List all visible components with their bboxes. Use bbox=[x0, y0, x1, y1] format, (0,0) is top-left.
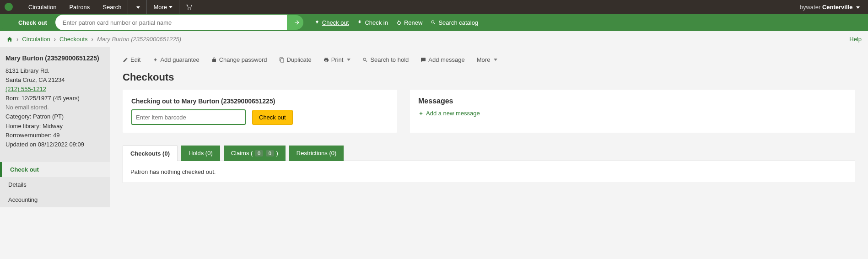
checkout-pill: Check out bbox=[0, 14, 55, 31]
top-nav: Circulation Patrons Search More bywater … bbox=[0, 0, 868, 14]
breadcrumb-checkouts[interactable]: Checkouts bbox=[59, 36, 87, 43]
nav-search[interactable]: Search bbox=[96, 0, 128, 14]
search-icon bbox=[362, 57, 368, 63]
patron-borrower-number: Borrowernumber: 49 bbox=[5, 131, 104, 140]
link-checkout[interactable]: Check out bbox=[314, 19, 349, 26]
nav-dropdown-toggle[interactable] bbox=[128, 4, 146, 11]
breadcrumb-sep: › bbox=[92, 36, 93, 43]
claims-badge-2: 0 bbox=[266, 150, 274, 156]
pencil-icon bbox=[123, 57, 128, 63]
messages-panel: Messages + Add a new message bbox=[410, 90, 855, 133]
printer-icon bbox=[323, 57, 329, 63]
link-renew-label: Renew bbox=[404, 19, 422, 26]
nav-patrons[interactable]: Patrons bbox=[63, 0, 96, 14]
patron-category: Category: Patron (PT) bbox=[5, 112, 104, 121]
caret-down-icon bbox=[856, 6, 860, 9]
tb-add-guarantee[interactable]: + Add guarantee bbox=[152, 56, 199, 63]
tb-edit-label: Edit bbox=[130, 56, 140, 63]
tb-duplicate-label: Duplicate bbox=[287, 56, 312, 63]
home-icon bbox=[6, 36, 13, 43]
checkout-button[interactable]: Check out bbox=[252, 110, 293, 125]
upload-icon bbox=[314, 20, 320, 25]
patron-toolbar: Edit + Add guarantee Change password Dup… bbox=[123, 54, 855, 70]
side-nav: Check out Details Accounting bbox=[0, 162, 110, 207]
breadcrumb: › Circulation › Checkouts › Mary Burton … bbox=[0, 31, 868, 47]
tab-content: Patron has nothing checked out. bbox=[123, 161, 855, 183]
tb-print[interactable]: Print bbox=[323, 56, 351, 63]
patron-search-submit[interactable] bbox=[287, 15, 303, 30]
tb-add-message-label: Add message bbox=[428, 56, 465, 63]
main-layout: Mary Burton (23529000651225) 8131 Librar… bbox=[0, 47, 868, 207]
nav-more-label: More bbox=[153, 4, 167, 11]
link-catalog-label: Search catalog bbox=[438, 19, 478, 26]
claims-badge-1: 0 bbox=[255, 150, 263, 156]
link-checkout-label: Check out bbox=[322, 19, 349, 26]
patron-updated: Updated on 08/12/2022 09:09 bbox=[5, 140, 104, 149]
link-search-catalog[interactable]: Search catalog bbox=[431, 19, 478, 26]
tb-change-password-label: Change password bbox=[219, 56, 267, 63]
checkout-heading: Checking out to Mary Burton (23529000651… bbox=[131, 97, 388, 105]
patron-no-email: No email stored. bbox=[5, 103, 104, 112]
lock-icon bbox=[211, 57, 217, 63]
patron-search-input[interactable] bbox=[55, 15, 293, 30]
tb-duplicate[interactable]: Duplicate bbox=[279, 56, 312, 63]
tb-search-to-hold-label: Search to hold bbox=[370, 56, 409, 63]
tab-claims[interactable]: Claims ( 0 0 ) bbox=[224, 146, 286, 161]
tb-edit[interactable]: Edit bbox=[123, 56, 140, 63]
sidenav-details[interactable]: Details bbox=[0, 177, 110, 192]
patron-born: Born: 12/25/1977 (45 years) bbox=[5, 94, 104, 103]
nav-circulation[interactable]: Circulation bbox=[22, 0, 63, 14]
checkout-heading-name: Mary Burton (23529000651225) bbox=[182, 97, 275, 105]
patron-phone[interactable]: (212) 555-1212 bbox=[5, 85, 104, 94]
green-toolbar: Check out Check out Check in Renew Searc… bbox=[0, 14, 868, 31]
tb-print-label: Print bbox=[331, 56, 344, 63]
checkout-heading-prefix: Checking out to bbox=[131, 97, 180, 105]
download-icon bbox=[357, 20, 362, 25]
tb-add-guarantee-label: Add guarantee bbox=[160, 56, 199, 63]
tb-more-label: More bbox=[477, 56, 491, 63]
tab-holds[interactable]: Holds (0) bbox=[181, 146, 220, 161]
tb-add-message[interactable]: Add message bbox=[421, 56, 465, 63]
caret-down-icon bbox=[169, 6, 173, 8]
tb-more[interactable]: More bbox=[477, 56, 498, 63]
breadcrumb-current: Mary Burton (23529000651225) bbox=[97, 36, 181, 43]
tab-restrictions[interactable]: Restrictions (0) bbox=[289, 146, 344, 161]
caret-down-icon bbox=[136, 6, 140, 9]
patron-home-library: Home library: Midway bbox=[5, 122, 104, 131]
main-content: Edit + Add guarantee Change password Dup… bbox=[110, 47, 868, 207]
link-renew[interactable]: Renew bbox=[396, 19, 422, 26]
search-icon bbox=[431, 20, 436, 25]
patron-address2: Santa Cruz, CA 21234 bbox=[5, 76, 104, 85]
messages-title: Messages bbox=[418, 97, 847, 105]
account-branch: Centerville bbox=[822, 4, 852, 11]
patron-card: Mary Burton (23529000651225) 8131 Librar… bbox=[0, 47, 110, 157]
link-checkin[interactable]: Check in bbox=[357, 19, 388, 26]
breadcrumb-circulation[interactable]: Circulation bbox=[22, 36, 50, 43]
cart-icon bbox=[186, 4, 193, 10]
account-prefix: bywater bbox=[800, 4, 821, 11]
tab-checkouts[interactable]: Checkouts (0) bbox=[123, 146, 178, 161]
nav-cart[interactable] bbox=[179, 0, 199, 14]
sidenav-accounting[interactable]: Accounting bbox=[0, 192, 110, 207]
caret-down-icon bbox=[494, 59, 497, 61]
account-menu[interactable]: bywater Centerville bbox=[796, 4, 863, 11]
app-logo[interactable] bbox=[5, 3, 13, 11]
tb-change-password[interactable]: Change password bbox=[211, 56, 267, 63]
breadcrumb-sep: › bbox=[54, 36, 56, 43]
checkout-panel: Checking out to Mary Burton (23529000651… bbox=[123, 90, 397, 133]
comment-icon bbox=[421, 57, 426, 63]
breadcrumb-home[interactable] bbox=[6, 36, 13, 43]
add-message-label: Add a new message bbox=[426, 110, 480, 117]
sidenav-checkout[interactable]: Check out bbox=[0, 162, 110, 177]
nav-more[interactable]: More bbox=[147, 0, 179, 14]
add-message-link[interactable]: + Add a new message bbox=[418, 110, 847, 117]
caret-down-icon bbox=[347, 59, 350, 61]
barcode-input[interactable] bbox=[131, 109, 246, 125]
patron-address1: 8131 Library Rd. bbox=[5, 66, 104, 76]
help-link[interactable]: Help bbox=[849, 36, 862, 43]
sidebar: Mary Burton (23529000651225) 8131 Librar… bbox=[0, 47, 110, 207]
tab-claims-prefix: Claims ( bbox=[231, 150, 253, 156]
breadcrumb-sep: › bbox=[16, 36, 18, 43]
refresh-icon bbox=[396, 20, 402, 25]
tb-search-to-hold[interactable]: Search to hold bbox=[362, 56, 409, 63]
